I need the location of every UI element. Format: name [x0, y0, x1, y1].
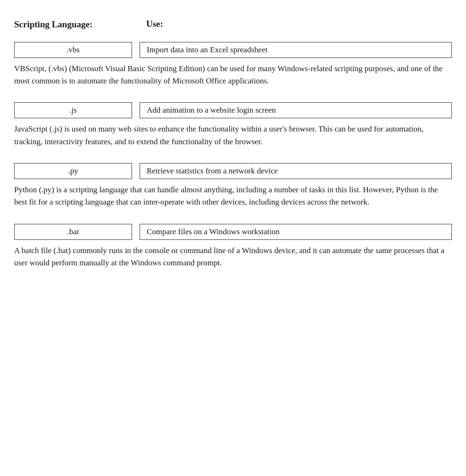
- lang-box-py: .py: [14, 163, 132, 179]
- description-js: JavaScript (.js) is used on many web sit…: [14, 123, 452, 148]
- entry-py: .py Retrieve statistics from a network d…: [14, 163, 452, 209]
- use-box-py: Retrieve statistics from a network devic…: [140, 163, 452, 179]
- entry-row-bat: .bat Compare files on a Windows workstat…: [14, 224, 452, 240]
- lang-box-vbs: .vbs: [14, 42, 132, 58]
- lang-box-js: .js: [14, 102, 132, 118]
- description-py: Python (.py) is a scripting language tha…: [14, 184, 452, 209]
- use-box-js: Add animation to a website login screen: [140, 102, 452, 118]
- entry-row-js: .js Add animation to a website login scr…: [14, 102, 452, 118]
- description-vbs: VBScript, (.vbs) (Microsoft Visual Basic…: [14, 63, 452, 88]
- lang-box-bat: .bat: [14, 224, 132, 240]
- entry-js: .js Add animation to a website login scr…: [14, 102, 452, 148]
- entry-row-vbs: .vbs Import data into an Excel spreadshe…: [14, 42, 452, 58]
- table-header: Scripting Language: Use:: [14, 19, 452, 31]
- entry-vbs: .vbs Import data into an Excel spreadshe…: [14, 42, 452, 88]
- use-box-bat: Compare files on a Windows workstation: [140, 224, 452, 240]
- header-use: Use:: [146, 19, 163, 29]
- use-box-vbs: Import data into an Excel spreadsheet: [140, 42, 452, 58]
- entry-bat: .bat Compare files on a Windows workstat…: [14, 224, 452, 270]
- header-scripting-language: Scripting Language:: [14, 19, 146, 31]
- entry-row-py: .py Retrieve statistics from a network d…: [14, 163, 452, 179]
- description-bat: A batch file (.bat) commonly runs in the…: [14, 245, 452, 270]
